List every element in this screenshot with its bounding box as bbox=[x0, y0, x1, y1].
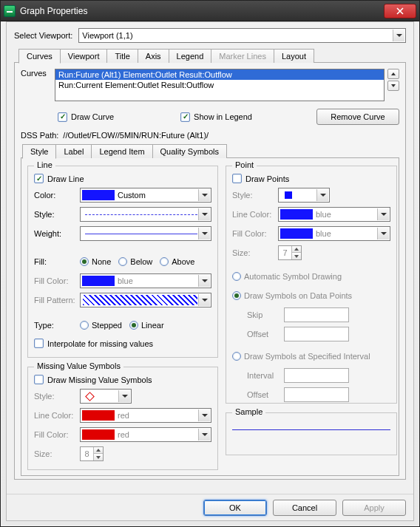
dropdown-icon bbox=[198, 228, 210, 239]
dropdown-icon bbox=[198, 409, 210, 421]
on-data-radio[interactable]: Draw Symbols on Data Points bbox=[232, 291, 352, 300]
skip-input[interactable] bbox=[284, 307, 349, 322]
dropdown-icon bbox=[118, 390, 130, 402]
missing-fillcolor-select[interactable]: red bbox=[80, 427, 211, 442]
type-linear-radio[interactable]: Linear bbox=[129, 321, 164, 330]
curves-panel: Curves Run:Future (Alt1) Element:Outlet … bbox=[14, 63, 406, 480]
curves-label: Curves bbox=[21, 69, 55, 78]
draw-curve-label: Draw Curve bbox=[71, 112, 114, 121]
close-icon bbox=[396, 7, 404, 15]
checkbox-icon bbox=[232, 174, 242, 183]
color-swatch bbox=[82, 429, 115, 440]
msize-label: Size: bbox=[34, 449, 80, 458]
interpolate-checkbox[interactable]: Interpolate for missing values bbox=[34, 339, 211, 348]
line-style-select[interactable] bbox=[80, 207, 211, 222]
point-group: Point Draw Points Style: Line Color: bbox=[226, 166, 397, 404]
remove-curve-button[interactable]: Remove Curve bbox=[316, 109, 399, 125]
tab-axis[interactable]: Axis bbox=[138, 49, 169, 63]
checkbox-icon bbox=[58, 112, 67, 122]
skip-label: Skip bbox=[247, 310, 284, 319]
dropdown-icon bbox=[316, 189, 328, 201]
tab-layout[interactable]: Layout bbox=[274, 49, 314, 63]
curves-listbox[interactable]: Run:Future (Alt1) Element:Outlet Result:… bbox=[55, 69, 385, 101]
chevron-up-icon bbox=[391, 72, 396, 75]
color-swatch bbox=[82, 276, 115, 286]
tab-curves[interactable]: Curves bbox=[18, 49, 61, 64]
chevron-down-icon bbox=[391, 84, 396, 87]
point-linecolor-select[interactable]: blue bbox=[278, 207, 390, 222]
apply-button[interactable]: Apply bbox=[342, 500, 406, 516]
draw-curve-checkbox[interactable]: Draw Curve bbox=[58, 112, 114, 122]
fill-none-radio[interactable]: None bbox=[80, 257, 111, 266]
color-swatch bbox=[82, 190, 115, 200]
type-stepped-radio[interactable]: Stepped bbox=[80, 321, 122, 330]
sample-group: Sample bbox=[226, 412, 397, 455]
fill-label: Fill: bbox=[34, 257, 80, 266]
fill-color-select[interactable]: blue bbox=[80, 273, 211, 288]
dropdown-icon bbox=[377, 208, 389, 220]
line-weight-select[interactable] bbox=[80, 226, 211, 241]
show-in-legend-label: Show in Legend bbox=[194, 112, 252, 121]
missing-size-spinner[interactable]: 8 bbox=[80, 446, 104, 461]
list-item[interactable]: Run:Current Element:Outlet Result:Outflo… bbox=[55, 80, 384, 90]
at-interval-radio[interactable]: Draw Symbols at Specified Interval bbox=[232, 352, 370, 361]
draw-points-checkbox[interactable]: Draw Points bbox=[232, 174, 390, 183]
fill-below-radio[interactable]: Below bbox=[118, 257, 152, 266]
tab-marker-lines[interactable]: Marker Lines bbox=[211, 49, 274, 63]
ok-button[interactable]: OK bbox=[203, 500, 267, 516]
missing-style-select[interactable] bbox=[80, 389, 132, 404]
auto-symbol-radio[interactable]: Automatic Symbol Drawing bbox=[232, 272, 342, 281]
point-style-select[interactable] bbox=[278, 188, 330, 203]
viewport-select[interactable]: Viewport (1,1) bbox=[78, 28, 406, 43]
style-tabstrip: Style Label Legend Item Quality Symbols bbox=[21, 144, 399, 158]
weight-label: Weight: bbox=[34, 229, 80, 238]
pstyle-label: Style: bbox=[232, 191, 278, 200]
tab-legend-item[interactable]: Legend Item bbox=[91, 144, 152, 158]
tab-title[interactable]: Title bbox=[106, 49, 138, 63]
interval-input[interactable] bbox=[284, 368, 349, 383]
tab-legend[interactable]: Legend bbox=[169, 49, 212, 63]
type-label: Type: bbox=[34, 321, 80, 330]
titlebar[interactable]: Graph Properties bbox=[1, 1, 419, 21]
spin-down[interactable] bbox=[292, 253, 301, 259]
show-in-legend-checkbox[interactable]: Show in Legend bbox=[180, 112, 252, 122]
list-item[interactable]: Run:Future (Alt1) Element:Outlet Result:… bbox=[55, 69, 384, 80]
close-button[interactable] bbox=[384, 4, 416, 18]
checkbox-icon bbox=[34, 339, 44, 348]
point-fillcolor-select[interactable]: blue bbox=[278, 226, 390, 241]
spin-up[interactable] bbox=[292, 246, 301, 253]
checkbox-icon bbox=[34, 375, 44, 384]
list-scroll-down[interactable] bbox=[387, 81, 399, 91]
fill-color-label: Fill Color: bbox=[34, 276, 80, 285]
tab-viewport[interactable]: Viewport bbox=[60, 49, 108, 63]
mfillcolor-label: Fill Color: bbox=[34, 430, 80, 439]
tab-label[interactable]: Label bbox=[55, 144, 92, 158]
line-color-select[interactable]: Custom bbox=[80, 188, 211, 203]
color-swatch bbox=[280, 209, 313, 220]
tab-style[interactable]: Style bbox=[22, 144, 56, 159]
draw-missing-checkbox[interactable]: Draw Missing Value Symbols bbox=[34, 375, 211, 384]
fill-pattern-select[interactable] bbox=[80, 293, 211, 307]
draw-line-checkbox[interactable]: Draw Line bbox=[34, 174, 211, 183]
sample-line bbox=[232, 429, 390, 430]
line-legend: Line bbox=[34, 160, 55, 169]
remove-curve-label: Remove Curve bbox=[331, 112, 385, 121]
viewport-value: Viewport (1,1) bbox=[82, 31, 132, 40]
list-scroll-up[interactable] bbox=[387, 69, 399, 79]
missing-legend: Missing Value Symbols bbox=[34, 361, 123, 370]
checkbox-icon bbox=[180, 112, 190, 122]
point-size-spinner[interactable]: 7 bbox=[278, 245, 302, 260]
fill-above-radio[interactable]: Above bbox=[160, 257, 194, 266]
style-panel: Line Draw Line Color: Custom bbox=[21, 158, 399, 476]
missing-linecolor-select[interactable]: red bbox=[80, 408, 211, 423]
square-icon bbox=[285, 191, 292, 199]
draw-missing-label: Draw Missing Value Symbols bbox=[47, 375, 152, 384]
spin-up[interactable] bbox=[94, 447, 103, 454]
spin-down[interactable] bbox=[94, 454, 103, 460]
offset-input[interactable] bbox=[284, 327, 349, 341]
offset2-input[interactable] bbox=[284, 387, 349, 402]
tab-quality-symbols[interactable]: Quality Symbols bbox=[152, 144, 227, 158]
style-label: Style: bbox=[34, 210, 80, 219]
cancel-button[interactable]: Cancel bbox=[273, 500, 336, 516]
draw-line-label: Draw Line bbox=[47, 174, 84, 183]
